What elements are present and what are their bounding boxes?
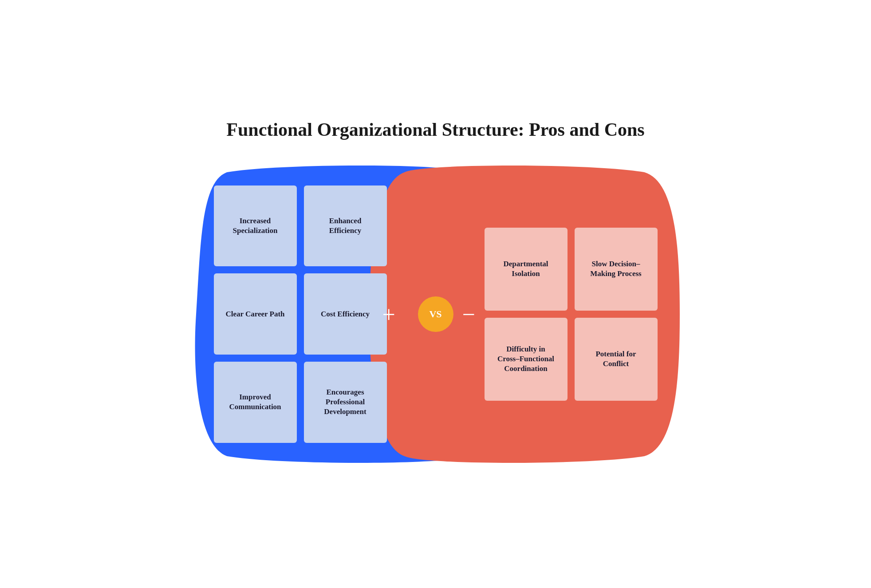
pro-card-increased-specialization: Increased Specialization <box>214 185 297 267</box>
con-card-departmental-isolation: Departmental Isolation <box>485 228 568 311</box>
pro-card-enhanced-efficiency: Enhanced Efficiency <box>304 185 387 267</box>
con-card-slow-decision-making: Slow Decision– Making Process <box>575 228 658 311</box>
pro-card-encourages-professional-development: Encourages Professional Development <box>304 362 387 443</box>
pros-grid: Increased Specialization Enhanced Effici… <box>214 185 387 443</box>
minus-sign: − <box>462 301 475 327</box>
pro-card-cost-efficiency: Cost Efficiency <box>304 273 387 355</box>
page-wrapper: Functional Organizational Structure: Pro… <box>192 118 680 469</box>
pro-card-clear-career-path: Clear Career Path <box>214 273 297 355</box>
vs-circle: VS <box>418 296 453 332</box>
con-card-potential-conflict: Potential for Conflict <box>575 318 658 401</box>
diagram-container: + VS − Increased Specialization Enhanced… <box>192 159 680 470</box>
page-title: Functional Organizational Structure: Pro… <box>192 118 680 141</box>
cons-grid: Departmental Isolation Slow Decision– Ma… <box>485 228 658 401</box>
con-card-difficulty-coordination: Difficulty in Cross–Functional Coordinat… <box>485 318 568 401</box>
plus-sign: + <box>382 301 395 327</box>
pro-card-improved-communication: Improved Communication <box>214 362 297 443</box>
